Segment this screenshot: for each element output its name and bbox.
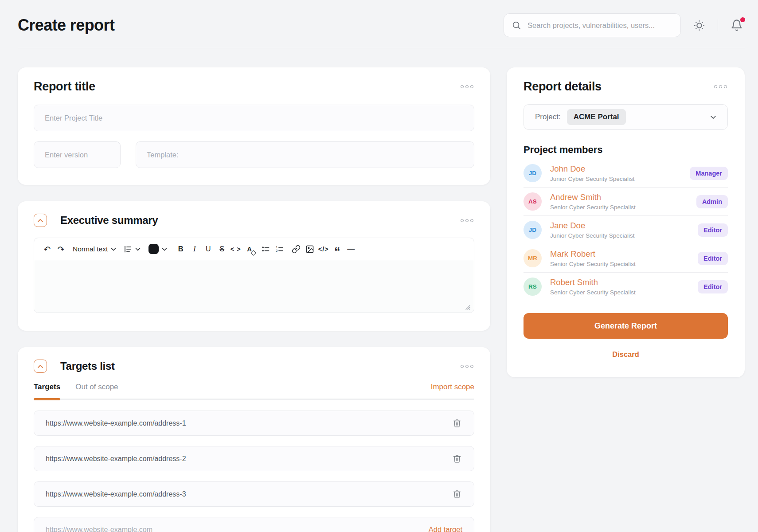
trash-icon <box>453 419 461 428</box>
horizontal-rule-icon[interactable]: — <box>344 241 358 257</box>
delete-target-button[interactable] <box>452 418 462 429</box>
chevron-down-icon <box>162 247 167 251</box>
bullet-list-button[interactable] <box>259 241 273 257</box>
avatar-initials: MR <box>528 255 537 262</box>
link-icon <box>292 245 301 254</box>
italic-button[interactable]: I <box>188 241 201 257</box>
text-color-dropdown[interactable] <box>147 241 168 257</box>
template-input[interactable] <box>136 141 474 168</box>
targets-list-title: Targets list <box>60 360 115 372</box>
import-scope-link[interactable]: Import scope <box>431 383 474 391</box>
link-button[interactable] <box>289 241 303 257</box>
report-title-card: Report title <box>18 67 490 185</box>
report-title-menu-icon[interactable] <box>460 82 474 91</box>
avatar-initials: AS <box>528 198 537 205</box>
avatar: MR <box>524 249 542 267</box>
generate-report-button[interactable]: Generate Report <box>524 313 728 339</box>
active-tab-indicator <box>34 398 60 400</box>
member-role-badge: Editor <box>698 252 728 265</box>
redo-icon[interactable]: ↷ <box>54 241 68 257</box>
align-list-icon <box>123 245 132 254</box>
bold-button[interactable]: B <box>174 241 188 257</box>
strikethrough-button[interactable]: S <box>215 241 229 257</box>
member-role-badge: Manager <box>690 167 728 180</box>
resize-handle[interactable] <box>464 304 471 310</box>
project-select[interactable]: Project: ACME Portal <box>524 104 728 130</box>
rich-text-editor: ↶ ↷ Normal text <box>34 238 474 313</box>
member-role: Junior Cyber Security Specialist <box>550 176 635 182</box>
editor-content-area[interactable] <box>34 260 474 313</box>
report-title-card-title: Report title <box>34 80 95 94</box>
highlight-button[interactable]: A <box>242 241 256 257</box>
target-url: https://www.website-example.com/address-… <box>46 455 452 463</box>
target-url: https://www.website-example.com/address-… <box>46 419 452 427</box>
member-row: JD Jane Doe Junior Cyber Security Specia… <box>524 216 728 244</box>
project-value-chip: ACME Portal <box>567 109 626 125</box>
search-input[interactable] <box>527 21 673 30</box>
avatar: JD <box>524 221 542 239</box>
tab-track <box>34 399 474 400</box>
add-target-row: Add target <box>34 517 474 532</box>
targets-list-collapse-button[interactable] <box>34 360 47 373</box>
project-title-input[interactable] <box>34 105 474 131</box>
ordered-list-icon: 1 2 <box>275 245 284 254</box>
text-color-swatch <box>148 244 159 254</box>
underline-button[interactable]: U <box>201 241 215 257</box>
notification-dot <box>740 17 745 22</box>
executive-summary-menu-icon[interactable] <box>460 216 474 225</box>
image-button[interactable] <box>303 241 316 257</box>
member-name[interactable]: John Doe <box>550 164 635 174</box>
member-name[interactable]: Mark Robert <box>550 249 636 259</box>
chevron-down-icon <box>135 247 141 251</box>
ordered-list-button[interactable]: 1 2 <box>273 241 286 257</box>
targets-tabs: Targets Out of scope Import scope <box>34 383 474 391</box>
avatar: AS <box>524 192 542 211</box>
member-name[interactable]: Jane Doe <box>550 221 635 231</box>
avatar: JD <box>524 164 542 182</box>
undo-icon[interactable]: ↶ <box>40 241 54 257</box>
discard-button[interactable]: Discard <box>612 350 639 359</box>
image-icon <box>305 245 314 254</box>
avatar-initials: RS <box>528 283 537 290</box>
left-column: Report title <box>18 67 490 532</box>
quote-icon[interactable]: “ <box>330 241 344 257</box>
search-icon <box>512 20 522 31</box>
chevron-down-icon <box>111 247 116 251</box>
list-style-dropdown[interactable] <box>122 241 142 257</box>
member-row: MR Mark Robert Senior Cyber Security Spe… <box>524 244 728 273</box>
executive-summary-collapse-button[interactable] <box>34 214 47 227</box>
report-details-menu-icon[interactable] <box>713 82 728 91</box>
member-role: Senior Cyber Security Specialist <box>550 261 636 267</box>
member-row: AS Andrew Smith Senior Cyber Security Sp… <box>524 188 728 216</box>
bullet-list-icon <box>261 245 270 254</box>
member-role: Senior Cyber Security Specialist <box>550 204 636 211</box>
project-members-list: JD John Doe Junior Cyber Security Specia… <box>524 159 728 301</box>
chevron-up-icon <box>37 364 43 368</box>
project-label: Project: <box>535 113 561 121</box>
global-search[interactable] <box>504 13 681 37</box>
version-input[interactable] <box>34 141 121 168</box>
targets-list-menu-icon[interactable] <box>460 362 474 371</box>
executive-summary-title: Executive summary <box>60 214 158 227</box>
new-target-input[interactable] <box>46 526 429 532</box>
inline-code-button[interactable]: < > <box>229 241 242 257</box>
member-role-badge: Admin <box>696 195 728 208</box>
code-block-button[interactable]: </> <box>316 241 330 257</box>
tab-out-of-scope[interactable]: Out of scope <box>75 383 118 391</box>
notifications-button[interactable] <box>729 17 745 33</box>
report-details-title: Report details <box>524 80 602 94</box>
page-title: Create report <box>18 16 114 35</box>
delete-target-button[interactable] <box>452 489 462 500</box>
member-name[interactable]: Robert Smith <box>550 278 636 287</box>
target-row: https://www.website-example.com/address-… <box>34 481 474 507</box>
member-name[interactable]: Andrew Smith <box>550 192 636 202</box>
svg-text:2: 2 <box>276 249 277 253</box>
tab-targets[interactable]: Targets <box>34 383 60 391</box>
add-target-button[interactable]: Add target <box>429 525 462 532</box>
delete-target-button[interactable] <box>452 453 462 464</box>
theme-toggle-button[interactable] <box>692 18 707 33</box>
editor-toolbar: ↶ ↷ Normal text <box>34 238 474 260</box>
header-divider <box>718 20 718 31</box>
member-role-badge: Editor <box>698 280 728 293</box>
text-style-dropdown[interactable]: Normal text <box>71 241 117 257</box>
